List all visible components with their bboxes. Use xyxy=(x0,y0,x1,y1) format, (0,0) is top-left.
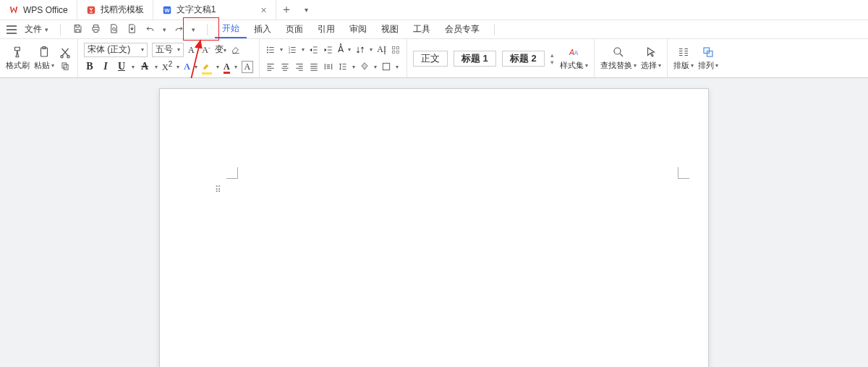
chevron-down-icon: ▾ xyxy=(177,46,180,53)
superscript-button[interactable]: X2 xyxy=(162,60,172,73)
drag-handle-icon[interactable]: ⠿ xyxy=(215,185,222,195)
style-label: 正文 xyxy=(421,52,440,65)
chevron-down-icon[interactable]: ▾ xyxy=(234,64,237,70)
bullets-icon[interactable] xyxy=(265,45,276,55)
file-menu[interactable]: 文件 ▾ xyxy=(20,23,53,35)
tab-home[interactable]: WPS Office xyxy=(0,0,77,20)
close-tab-icon[interactable]: × xyxy=(261,5,267,15)
svg-point-7 xyxy=(61,55,63,57)
outdent-icon[interactable] xyxy=(309,45,319,55)
line-spacing-icon[interactable] xyxy=(338,62,348,72)
menu-vip[interactable]: 会员专享 xyxy=(438,20,487,38)
menu-insert[interactable]: 插入 xyxy=(247,20,278,38)
paste-button[interactable]: 粘贴▾ xyxy=(34,46,54,71)
align-center-icon[interactable] xyxy=(280,62,290,72)
svg-rect-26 xyxy=(707,51,712,57)
menu-review[interactable]: 审阅 xyxy=(342,20,374,38)
chevron-down-icon[interactable]: ▾ xyxy=(396,64,399,70)
tab-template[interactable]: 找稻壳模板 xyxy=(77,0,153,20)
document-page[interactable]: ⠿ xyxy=(159,88,709,367)
menu-page[interactable]: 页面 xyxy=(278,20,310,38)
distribute-icon[interactable] xyxy=(323,62,333,72)
find-replace-button[interactable]: 查找替换▾ xyxy=(600,46,637,71)
shrink-font-button[interactable]: A- xyxy=(202,44,210,56)
redo-dropdown-icon[interactable]: ▾ xyxy=(192,26,195,33)
menu-view[interactable]: 视图 xyxy=(374,20,406,38)
menu-label: 工具 xyxy=(413,23,430,35)
char-shading-button[interactable]: A xyxy=(242,61,254,73)
font-name-combo[interactable]: 宋体 (正文) ▾ xyxy=(84,43,148,57)
chevron-down-icon[interactable]: ▾ xyxy=(280,46,283,53)
style-heading1[interactable]: 标题 1 xyxy=(454,51,496,67)
document-canvas[interactable]: ⠿ xyxy=(0,78,868,367)
tab-overflow-button[interactable]: ▾ xyxy=(297,0,317,20)
save-icon[interactable] xyxy=(72,23,83,36)
chevron-down-icon[interactable]: ▾ xyxy=(352,64,355,70)
svg-rect-9 xyxy=(62,62,67,67)
undo-icon[interactable] xyxy=(145,23,156,36)
align-left-icon[interactable] xyxy=(265,62,276,72)
format-painter-button[interactable]: 格式刷 xyxy=(6,46,30,71)
chevron-down-icon[interactable]: ▾ xyxy=(302,46,305,53)
chevron-down-icon[interactable]: ▾ xyxy=(176,64,179,70)
sort-icon[interactable] xyxy=(355,45,365,55)
styles-set-button[interactable]: AA 样式集▾ xyxy=(560,46,588,71)
tab-template-label: 找稻壳模板 xyxy=(101,4,144,16)
new-tab-button[interactable]: ＋ xyxy=(276,0,297,20)
grow-font-button[interactable]: A+ xyxy=(188,44,197,56)
borders-icon[interactable] xyxy=(381,62,391,72)
print-preview-icon[interactable] xyxy=(109,23,119,36)
menu-reference[interactable]: 引用 xyxy=(310,20,342,38)
change-case-button[interactable]: 变▾ xyxy=(215,43,226,56)
align-right-icon[interactable] xyxy=(294,62,305,72)
font-size-combo[interactable]: 五号 ▾ xyxy=(152,43,184,57)
export-icon[interactable] xyxy=(127,23,137,36)
svg-rect-21 xyxy=(383,64,390,70)
align-justify-icon[interactable] xyxy=(309,62,319,72)
cut-button[interactable] xyxy=(59,46,72,71)
group-clipboard: 格式刷 粘贴▾ xyxy=(0,39,78,77)
ribbon: 格式刷 粘贴▾ 宋体 (正文) ▾ 五号 ▾ A+ A- 变▾ xyxy=(0,39,868,78)
strike-button[interactable]: A xyxy=(139,61,150,72)
clear-format-icon[interactable] xyxy=(231,45,241,55)
italic-button[interactable]: I xyxy=(100,61,111,72)
underline-button[interactable]: U xyxy=(116,61,127,72)
tab-document[interactable]: W 文字文稿1 × xyxy=(153,0,276,20)
style-gallery-scroll[interactable]: ▴▾ xyxy=(550,51,554,66)
arrange-button[interactable]: 排列▾ xyxy=(698,46,718,71)
chevron-down-icon[interactable]: ▾ xyxy=(132,64,135,70)
indent-icon[interactable] xyxy=(323,45,333,55)
phonetic-button[interactable]: A̽ xyxy=(338,44,344,55)
select-button[interactable]: 选择▾ xyxy=(641,46,661,71)
group-layout: 排版▾ 排列▾ xyxy=(668,39,724,77)
styles-icon: AA xyxy=(567,46,580,59)
layout-button[interactable]: 排版▾ xyxy=(673,46,694,71)
chevron-down-icon[interactable]: ▾ xyxy=(155,64,158,70)
print-icon[interactable] xyxy=(90,23,101,36)
style-heading2[interactable]: 标题 2 xyxy=(502,51,545,67)
quick-access-toolbar: ▾ ▾ xyxy=(68,23,200,36)
asian-layout-button[interactable]: AĮ xyxy=(377,44,386,55)
highlight-button[interactable] xyxy=(202,61,212,73)
shading-icon[interactable] xyxy=(359,62,370,72)
menu-start[interactable]: 开始 xyxy=(215,20,247,38)
cursor-icon xyxy=(644,46,658,59)
redo-icon[interactable] xyxy=(174,23,184,36)
chevron-down-icon[interactable]: ▾ xyxy=(195,64,197,70)
undo-dropdown-icon[interactable]: ▾ xyxy=(163,26,166,33)
font-color-button[interactable]: A xyxy=(224,62,230,72)
chevron-down-icon[interactable]: ▾ xyxy=(374,64,377,70)
numbering-icon[interactable]: 123 xyxy=(287,45,297,55)
menu-tools[interactable]: 工具 xyxy=(406,20,438,38)
wps-logo-icon xyxy=(9,5,19,15)
hamburger-icon[interactable] xyxy=(6,25,17,35)
chevron-down-icon[interactable]: ▾ xyxy=(348,46,351,53)
style-body[interactable]: 正文 xyxy=(413,51,448,67)
show-marks-icon[interactable] xyxy=(391,45,401,55)
copy-icon[interactable] xyxy=(60,61,70,71)
chevron-down-icon[interactable]: ▾ xyxy=(370,46,373,53)
bold-button[interactable]: B xyxy=(84,61,95,72)
text-effects-button[interactable]: A xyxy=(184,62,190,72)
style-label: 标题 1 xyxy=(461,52,488,65)
chevron-down-icon[interactable]: ▾ xyxy=(216,64,219,70)
